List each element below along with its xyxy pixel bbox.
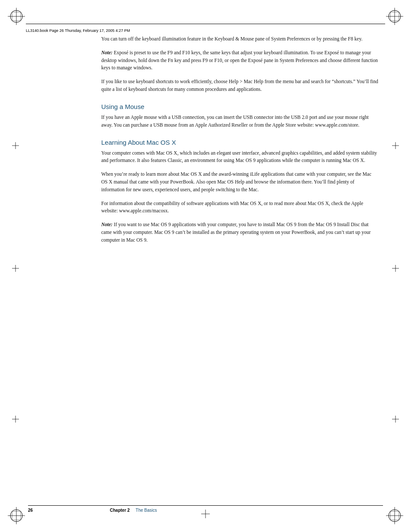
footer-chapter-info: Chapter 2 The Basics [110,508,157,513]
reg-mark-left-mid [12,265,19,274]
main-content: You can turn off the keyboard illuminati… [101,35,379,485]
reg-mark-right-mid [392,265,399,274]
footer-page-number: 26 [28,508,41,513]
reg-mark-right-top [392,142,399,151]
reg-mark-left-bot [12,416,19,424]
section-2-paragraph-3: For information about the compatibility … [101,200,379,215]
corner-mark-tl [8,8,25,25]
note-1-text: Exposé is preset to use the F9 and F10 k… [101,50,378,71]
corner-mark-tr [386,8,403,25]
page: LL3140.book Page 26 Thursday, February 1… [0,0,411,532]
note-1-label: Note: [101,50,112,55]
bottom-center-cross [201,510,210,520]
note-1: Note: Exposé is preset to use the F9 and… [101,49,379,72]
footer-chapter-label: Chapter 2 [110,508,130,513]
corner-mark-bl [8,507,25,524]
note-2-label: Note: [101,222,112,227]
paragraph-2: If you like to use keyboard shortcuts to… [101,78,379,93]
section-1-heading: Using a Mouse [101,103,379,110]
intro-paragraph-1: You can turn off the keyboard illuminati… [101,35,379,43]
top-bar: LL3140.book Page 26 Thursday, February 1… [26,24,385,34]
corner-mark-br [386,507,403,524]
section-2-paragraph-1: Your computer comes with Mac OS X, which… [101,149,379,165]
section-2-paragraph-2: When you’re ready to learn more about Ma… [101,171,379,193]
note-2: Note: If you want to use Mac OS 9 applic… [101,221,379,244]
reg-mark-right-bot [392,416,399,424]
top-bar-text: LL3140.book Page 26 Thursday, February 1… [26,28,130,33]
section-1-paragraph: If you have an Apple mouse with a USB co… [101,114,379,129]
reg-mark-left-top [12,142,19,151]
note-2-text: If you want to use Mac OS 9 applications… [101,222,371,243]
footer-chapter-name: The Basics [136,508,157,513]
section-2-heading: Learning About Mac OS X [101,139,379,146]
